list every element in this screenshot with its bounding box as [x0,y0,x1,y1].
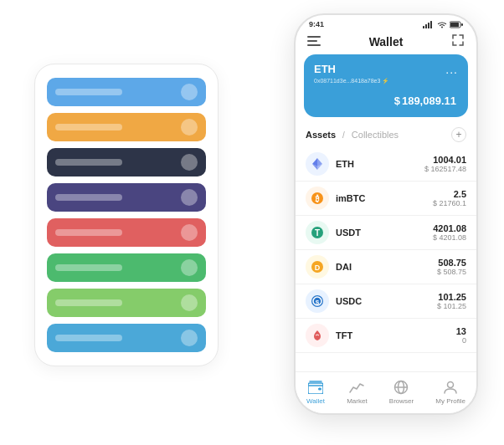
card-stack-item[interactable] [47,113,206,141]
nav-icon-wallet [307,379,324,396]
card-stack [34,64,219,366]
asset-values-usdt: 4201.08 $ 4201.08 [433,223,466,242]
asset-amount-usdc: 101.25 [437,292,466,302]
asset-amount-tft: 13 [456,326,466,336]
asset-item-usdc[interactable]: $ USDC 101.25 $ 101.25 [296,284,476,319]
asset-icon-dai: D [306,255,329,279]
card-stack-item[interactable] [47,78,206,106]
svg-text:$: $ [316,299,320,306]
svg-text:T: T [315,228,320,238]
nav-item-wallet[interactable]: Wallet [306,379,325,405]
asset-values-usdc: 101.25 $ 101.25 [437,292,466,310]
asset-usd-usdc: $ 101.25 [437,302,466,310]
card-stack-item[interactable] [47,183,206,212]
asset-usd-usdt: $ 4201.08 [433,233,466,242]
status-icons [423,21,463,28]
card-stack-item[interactable] [47,148,206,176]
nav-icon-market [348,379,365,396]
asset-item-usdt[interactable]: T USDT 4201.08 $ 4201.08 [296,216,476,250]
nav-label-profile: My Profile [435,397,465,405]
status-time: 9:41 [309,20,324,28]
asset-name-eth: ETH [336,159,424,169]
asset-name-tft: TFT [336,330,456,340]
svg-rect-0 [423,26,424,28]
svg-rect-3 [430,21,432,28]
assets-tab-divider: / [342,130,345,140]
nav-icon-profile [442,379,459,396]
asset-usd-tft: 0 [456,336,466,345]
svg-text:D: D [315,263,321,272]
asset-item-eth[interactable]: ETH 1004.01 $ 162517.48 [296,147,476,182]
asset-name-imbtc: imBTC [336,193,433,203]
asset-name-usdt: USDT [336,228,433,238]
eth-card-title: ETH [314,63,336,75]
signal-icon [423,21,435,28]
asset-amount-usdt: 4201.08 [433,223,466,233]
nav-item-market[interactable]: Market [347,379,367,405]
bottom-nav: Wallet Market Browser My Profile [296,371,476,413]
eth-card-menu[interactable]: ... [445,63,458,76]
nav-bar: Wallet [296,30,476,54]
nav-item-browser[interactable]: Browser [389,379,414,405]
asset-values-tft: 13 0 [456,326,466,345]
svg-rect-8 [307,40,317,42]
collectibles-tab[interactable]: Collectibles [352,130,399,140]
assets-header: Assets / Collectibles + [296,124,476,147]
card-stack-item[interactable] [47,218,206,247]
svg-rect-9 [307,44,321,46]
nav-item-profile[interactable]: My Profile [435,379,465,405]
asset-icon-usdc: $ [306,289,329,313]
asset-values-imbtc: 2.5 $ 21760.1 [433,189,466,207]
phone: 9:41 [294,13,478,415]
asset-item-tft[interactable]: TFT 13 0 [296,319,476,353]
svg-point-28 [448,382,454,388]
eth-card-address: 0x08711d3e...8418a78e3 ⚡ [314,78,458,84]
expand-icon[interactable] [451,33,465,49]
assets-tab-active[interactable]: Assets [306,130,336,140]
svg-rect-5 [450,23,459,27]
asset-amount-imbtc: 2.5 [433,189,466,199]
card-stack-item[interactable] [47,324,206,352]
page-title: Wallet [369,35,404,49]
asset-name-usdc: USDC [336,296,437,306]
asset-usd-eth: $ 162517.48 [424,165,466,173]
scene: 9:41 [18,13,486,432]
asset-amount-eth: 1004.01 [424,155,466,165]
add-asset-button[interactable]: + [451,127,466,142]
asset-icon-imbtc: ₿ [306,187,329,210]
asset-icon-eth [306,152,329,176]
card-stack-item[interactable] [47,289,206,317]
eth-card[interactable]: ETH ... 0x08711d3e...8418a78e3 ⚡ $189,08… [304,54,468,117]
svg-rect-7 [307,36,321,38]
wifi-icon [437,21,447,28]
asset-item-dai[interactable]: D DAI 508.75 $ 508.75 [296,250,476,284]
nav-label-wallet: Wallet [306,397,325,405]
asset-name-dai: DAI [336,262,437,272]
battery-icon [450,21,463,28]
svg-rect-24 [318,388,321,391]
asset-values-eth: 1004.01 $ 162517.48 [424,155,466,173]
svg-rect-2 [428,23,429,28]
asset-icon-usdt: T [306,221,329,244]
menu-icon[interactable] [307,34,321,49]
asset-list: ETH 1004.01 $ 162517.48 ₿ imBTC 2.5 $ 21… [296,147,476,371]
card-stack-item[interactable] [47,253,206,282]
asset-item-imbtc[interactable]: ₿ imBTC 2.5 $ 21760.1 [296,182,476,216]
asset-amount-dai: 508.75 [437,258,466,268]
svg-rect-1 [425,24,427,28]
asset-icon-tft [306,324,329,347]
eth-card-amount: $189,089.11 [314,90,458,109]
nav-icon-browser [393,379,409,396]
status-bar: 9:41 [296,15,476,30]
asset-usd-imbtc: $ 21760.1 [433,199,466,207]
svg-rect-6 [461,23,463,26]
asset-usd-dai: $ 508.75 [437,268,466,276]
nav-label-browser: Browser [389,397,414,405]
asset-values-dai: 508.75 $ 508.75 [437,258,466,276]
nav-label-market: Market [347,397,367,405]
